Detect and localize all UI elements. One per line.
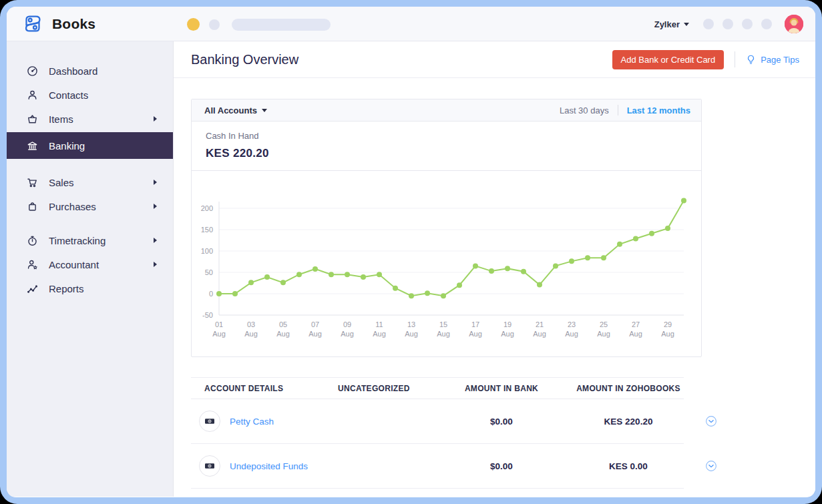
toolbar-icon-placeholder[interactable] — [703, 19, 714, 29]
sidebar-item-purchases[interactable]: Purchases — [7, 194, 173, 218]
sidebar-item-label: Purchases — [49, 201, 96, 212]
row-expand-button[interactable] — [705, 415, 727, 427]
sidebar-item-label: Timetracking — [49, 235, 106, 246]
amount-in-zohobooks-value: KES 0.00 — [552, 461, 705, 471]
row-expand-button[interactable] — [705, 460, 727, 472]
svg-text:Aug: Aug — [373, 330, 386, 338]
account-name-link[interactable]: Undeposited Funds — [230, 461, 308, 471]
chevron-right-icon — [154, 204, 157, 209]
add-bank-button[interactable]: Add Bank or Credit Card — [612, 50, 725, 69]
trend-chart-icon — [27, 282, 39, 294]
sidebar-item-sales[interactable]: Sales — [7, 170, 173, 194]
sidebar-item-accountant[interactable]: Accountant — [7, 252, 173, 276]
cash-in-hand-label: Cash In Hand — [206, 131, 687, 141]
toolbar-icon-placeholder[interactable] — [742, 19, 753, 29]
header-divider — [735, 51, 735, 67]
sidebar-item-timetracking[interactable]: Timetracking — [7, 228, 173, 252]
sidebar: Dashboard Contacts Items — [7, 41, 174, 497]
page-tips-button[interactable]: Page Tips — [746, 54, 799, 65]
chevron-right-icon — [154, 116, 157, 121]
svg-text:Aug: Aug — [661, 330, 674, 338]
chevron-down-circle-icon — [705, 460, 717, 472]
svg-text:100: 100 — [201, 247, 213, 255]
topbar-right-cluster: Zylker — [654, 7, 803, 41]
chevron-right-icon — [154, 262, 157, 267]
svg-text:Aug: Aug — [341, 330, 354, 338]
page-tips-label: Page Tips — [761, 55, 799, 65]
svg-text:0: 0 — [209, 290, 213, 298]
sidebar-item-label: Banking — [49, 140, 85, 152]
svg-text:Aug: Aug — [212, 330, 226, 338]
sidebar-item-items[interactable]: Items — [7, 107, 173, 131]
chevron-down-circle-icon — [705, 415, 717, 427]
person-icon — [27, 89, 39, 101]
col-amount-in-zohobooks: AMOUNT IN ZOHOBOOKS — [552, 384, 705, 393]
cart-icon — [27, 176, 39, 188]
sidebar-item-label: Dashboard — [49, 65, 97, 77]
sidebar-item-dashboard[interactable]: Dashboard — [7, 59, 173, 83]
person-star-icon — [27, 258, 39, 270]
range-last-12-months[interactable]: Last 12 months — [627, 105, 690, 115]
svg-text:Aug: Aug — [276, 330, 290, 338]
svg-text:29: 29 — [664, 320, 672, 328]
org-switcher[interactable]: Zylker — [654, 19, 689, 29]
col-account-details: ACCOUNT DETAILS — [191, 384, 325, 393]
svg-text:Aug: Aug — [533, 330, 546, 338]
accounts-summary-panel: All Accounts Last 30 days Last 12 months… — [191, 99, 702, 357]
svg-text:25: 25 — [600, 320, 608, 328]
chevron-right-icon — [154, 180, 157, 185]
sidebar-item-reports[interactable]: Reports — [7, 276, 173, 300]
accounts-filter-label: All Accounts — [204, 105, 257, 115]
basket-icon — [27, 113, 39, 125]
svg-text:Aug: Aug — [469, 330, 482, 338]
top-bar: Books Zylker — [7, 7, 815, 41]
table-row: Undeposited Funds $0.00 KES 0.00 — [191, 444, 684, 489]
svg-text:Aug: Aug — [437, 330, 450, 338]
svg-text:Aug: Aug — [597, 330, 610, 338]
account-name-link[interactable]: Petty Cash — [230, 417, 274, 427]
svg-text:Aug: Aug — [501, 330, 514, 338]
cash-account-icon — [199, 455, 220, 477]
shopping-bag-icon — [27, 200, 39, 212]
range-divider — [618, 105, 618, 115]
svg-text:13: 13 — [407, 320, 415, 328]
svg-text:05: 05 — [279, 320, 287, 328]
sidebar-item-label: Reports — [49, 283, 84, 294]
sidebar-item-label: Contacts — [49, 89, 88, 101]
svg-text:Aug: Aug — [405, 330, 418, 338]
svg-text:Aug: Aug — [565, 330, 578, 338]
lightbulb-icon — [746, 54, 756, 65]
chevron-down-icon — [684, 23, 689, 26]
svg-text:50: 50 — [205, 268, 213, 276]
sidebar-item-contacts[interactable]: Contacts — [7, 83, 173, 107]
table-row: Petty Cash $0.00 KES 220.20 — [191, 399, 684, 444]
svg-text:150: 150 — [201, 226, 213, 234]
range-last-30-days[interactable]: Last 30 days — [560, 105, 609, 115]
app-window: Books Zylker — [7, 7, 815, 497]
page-title: Banking Overview — [191, 52, 612, 67]
sidebar-item-label: Accountant — [49, 259, 99, 270]
main-content: Banking Overview Add Bank or Credit Card… — [174, 41, 815, 497]
toolbar-icon-placeholder[interactable] — [761, 19, 772, 29]
svg-text:200: 200 — [201, 204, 213, 212]
svg-text:09: 09 — [343, 320, 351, 328]
window-frame: Books Zylker — [0, 0, 822, 504]
svg-text:01: 01 — [215, 320, 223, 328]
search-bar-placeholder[interactable] — [232, 19, 331, 31]
svg-text:21: 21 — [536, 320, 544, 328]
amount-in-zohobooks-value: KES 220.20 — [552, 417, 705, 427]
cash-account-icon — [199, 411, 220, 432]
sidebar-item-banking[interactable]: Banking — [7, 132, 173, 159]
svg-text:Aug: Aug — [244, 330, 258, 338]
user-avatar[interactable] — [785, 15, 803, 33]
toolbar-icon-placeholder[interactable] — [723, 19, 733, 29]
svg-text:23: 23 — [568, 320, 576, 328]
accounts-filter-dropdown[interactable]: All Accounts — [204, 105, 560, 115]
svg-text:27: 27 — [632, 320, 640, 328]
cash-in-hand-box: Cash In Hand KES 220.20 — [192, 121, 701, 171]
zoho-books-logo-icon — [20, 11, 45, 37]
svg-text:11: 11 — [375, 320, 383, 328]
svg-text:17: 17 — [471, 320, 479, 328]
chevron-right-icon — [154, 238, 157, 243]
svg-text:03: 03 — [247, 320, 255, 328]
